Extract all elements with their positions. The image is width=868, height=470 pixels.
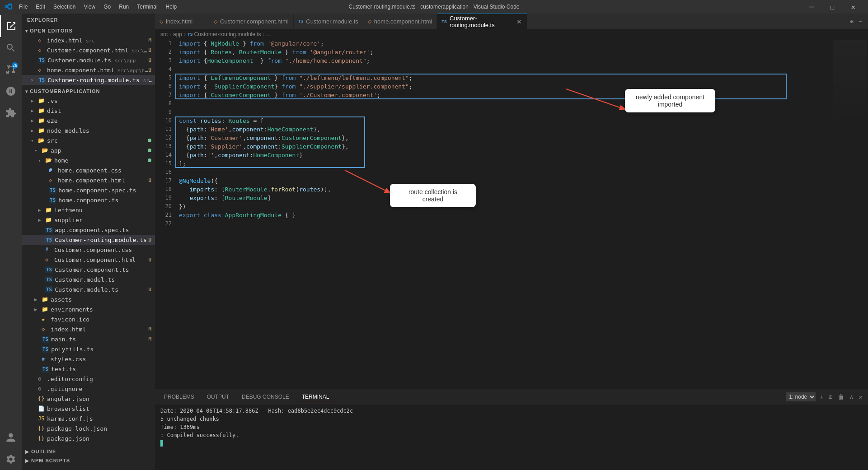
folder-supplier[interactable]: ▶ 📁 supplier (22, 215, 155, 225)
terminal-trash-icon[interactable]: 🗑 (836, 392, 846, 401)
tab-index-html[interactable]: ◇ index.html (155, 14, 209, 29)
terminal-tab-actions[interactable]: 1: node + ⊞ 🗑 ∧ ✕ (786, 392, 864, 401)
outline-toggle[interactable]: ▶ OUTLINE (22, 447, 155, 456)
folder-assets[interactable]: ▶ 📁 assets (22, 294, 155, 304)
terminal-content[interactable]: Date: 2020-04-06T14:58:17.886Z - Hash: e… (155, 405, 868, 470)
close-button[interactable]: ✕ (843, 0, 863, 14)
tab-home-component-html[interactable]: ◇ home.component.html (363, 14, 437, 29)
file-polyfills-ts[interactable]: TS polyfills.ts (22, 344, 155, 354)
terminal-maximize-icon[interactable]: ∧ (848, 392, 855, 401)
file-app-component-spec-ts[interactable]: TS app.component.spec.ts (22, 225, 155, 235)
npm-toggle[interactable]: ▶ NPM SCRIPTS (22, 456, 155, 465)
split-editor-icon[interactable]: ⊞ (848, 17, 855, 26)
code-editor[interactable]: 1 2 3 4 5 6 7 8 9 10 11 12 13 14 (155, 39, 868, 389)
file-customer-component-css[interactable]: # Customer.component.css (22, 245, 155, 255)
folder-environments[interactable]: ▶ 📁 environments (22, 304, 155, 314)
tab-customer-component-html[interactable]: ◇ Customer.component.html (209, 14, 294, 29)
file-customer-module-ts[interactable]: TS Customer.module.ts U (22, 284, 155, 294)
tab-terminal[interactable]: TERMINAL (296, 392, 335, 402)
folder-vs[interactable]: ▶ 📁 .vs (22, 96, 155, 106)
file-main-ts[interactable]: TS main.ts M (22, 334, 155, 344)
folder-node-modules[interactable]: ▶ 📁 node_modules (22, 126, 155, 135)
ts-file-icon: TS (38, 57, 46, 64)
file-home-component-spec-ts[interactable]: TS home.component.spec.ts (22, 185, 155, 195)
file-favicon-ico[interactable]: ★ favicon.ico (22, 314, 155, 324)
tab-customer-routing-module-ts[interactable]: TS Customer-routing.module.ts ✕ (437, 14, 527, 29)
file-browserslist[interactable]: 📄 browserslist (22, 404, 155, 414)
window-controls[interactable]: ─ ☐ ✕ (801, 0, 863, 14)
open-editors-toggle[interactable]: ▾ OPEN EDITORS (22, 26, 155, 35)
file-customer-component-ts[interactable]: TS Customer.component.ts (22, 265, 155, 275)
file-customer-model-ts[interactable]: TS Customer.model.ts (22, 275, 155, 284)
activity-search[interactable] (0, 37, 22, 59)
file-gitignore[interactable]: ⚙ .gitignore (22, 384, 155, 394)
open-editor-customer-routing[interactable]: ✕ TS Customer-routing.module.ts src\app (22, 75, 155, 85)
menu-go[interactable]: Go (100, 3, 114, 11)
terminal-split-icon[interactable]: ⊞ (827, 392, 834, 401)
file-customer-routing[interactable]: TS Customer-routing.module.ts U (22, 235, 155, 245)
open-editor-customer-component-html[interactable]: ◇ Customer.component.html src\app U (22, 45, 155, 55)
tab-close-button[interactable]: ✕ (516, 18, 522, 25)
file-styles-css[interactable]: # styles.css (22, 354, 155, 364)
breadcrumb-file[interactable]: TS Customer-routing.module.ts (188, 31, 261, 37)
menu-file[interactable]: File (15, 3, 31, 11)
code-content[interactable]: import { NgModule } from '@angular/core'… (175, 39, 832, 389)
file-karma-conf-js[interactable]: JS karma.conf.js (22, 414, 155, 423)
breadcrumb-app[interactable]: app (173, 31, 182, 37)
folder-icon3: 📁 (38, 117, 45, 124)
menu-edit[interactable]: Edit (32, 3, 49, 11)
breadcrumb-more[interactable]: ... (267, 31, 271, 37)
explorer-tree-toggle[interactable]: ▾ CUSTOMERAPPLICATION (22, 87, 155, 96)
open-editor-home-component-html[interactable]: ◇ home.component.html src\app\home U (22, 65, 155, 75)
terminal-close-icon[interactable]: ✕ (857, 392, 864, 401)
tab-bar-actions[interactable]: ⊞ ⋯ (844, 14, 868, 29)
terminal-add-icon[interactable]: + (817, 392, 825, 401)
more-actions-icon[interactable]: ⋯ (857, 17, 864, 26)
activity-settings[interactable] (0, 448, 22, 470)
folder-src[interactable]: ▾ 📂 src (22, 135, 155, 145)
open-editor-customer-module-ts[interactable]: TS Customer.module.ts src\app U (22, 55, 155, 65)
outline-section: ▶ OUTLINE ▶ NPM SCRIPTS (22, 447, 155, 465)
menu-run[interactable]: Run (115, 3, 132, 11)
open-editor-index-html[interactable]: ◇ index.html src M (22, 35, 155, 45)
maximize-button[interactable]: ☐ (822, 0, 843, 14)
activity-extensions[interactable] (0, 102, 22, 124)
file-customer-component-html[interactable]: ◇ Customer.component.html U (22, 255, 155, 265)
file-home-component-ts[interactable]: TS home.component.ts (22, 195, 155, 205)
folder-dist[interactable]: ▶ 📁 dist (22, 106, 155, 116)
menu-view[interactable]: View (80, 3, 99, 11)
menu-help[interactable]: Help (162, 3, 181, 11)
terminal-prompt[interactable]: ▊ (160, 439, 863, 447)
code-line-6: import { SupplierComponent} from "./supp… (175, 82, 832, 91)
activity-source-control[interactable]: 28 (0, 59, 22, 80)
activity-accounts[interactable] (0, 427, 22, 448)
file-home-component-css[interactable]: # home.component.css (22, 165, 155, 175)
breadcrumb-src[interactable]: src (160, 31, 168, 37)
folder-leftmenu[interactable]: ▶ 📁 leftmenu (22, 205, 155, 215)
file-package-lock-json[interactable]: {} package-lock.json (22, 423, 155, 433)
menu-terminal[interactable]: Terminal (133, 3, 161, 11)
tab-output[interactable]: OUTPUT (202, 392, 235, 402)
file-package-json[interactable]: {} package.json (22, 433, 155, 443)
menu-bar[interactable]: File Edit Selection View Go Run Terminal… (15, 3, 180, 11)
file-index-html[interactable]: ◇ index.html M (22, 324, 155, 334)
file-home-component-html[interactable]: ◇ home.component.html U (22, 175, 155, 185)
code-line-10: const routes: Routes = [ (175, 116, 832, 125)
file-angular-json[interactable]: {} angular.json (22, 394, 155, 404)
activity-debug[interactable] (0, 80, 22, 102)
terminal-instance-select[interactable]: 1: node (786, 392, 816, 401)
tab-debug-console[interactable]: DEBUG CONSOLE (236, 392, 295, 402)
file-editorconfig[interactable]: ⚙ .editorconfig (22, 374, 155, 384)
tab-problems[interactable]: PROBLEMS (159, 392, 200, 402)
folder-e2e[interactable]: ▶ 📁 e2e (22, 116, 155, 126)
explorer-header: EXPLORER (22, 14, 155, 26)
tab-customer-module-ts[interactable]: TS Customer.module.ts (294, 14, 363, 29)
activity-explorer[interactable] (0, 15, 22, 37)
menu-selection[interactable]: Selection (50, 3, 79, 11)
folder-home[interactable]: ▾ 📂 home (22, 155, 155, 165)
code-line-14: {path:'',component:HomeComponent} (175, 151, 832, 159)
minimize-button[interactable]: ─ (801, 0, 822, 14)
file-test-ts[interactable]: TS test.ts (22, 364, 155, 374)
folder-app[interactable]: ▾ 📂 app (22, 145, 155, 155)
css-icon2: # (45, 247, 52, 253)
